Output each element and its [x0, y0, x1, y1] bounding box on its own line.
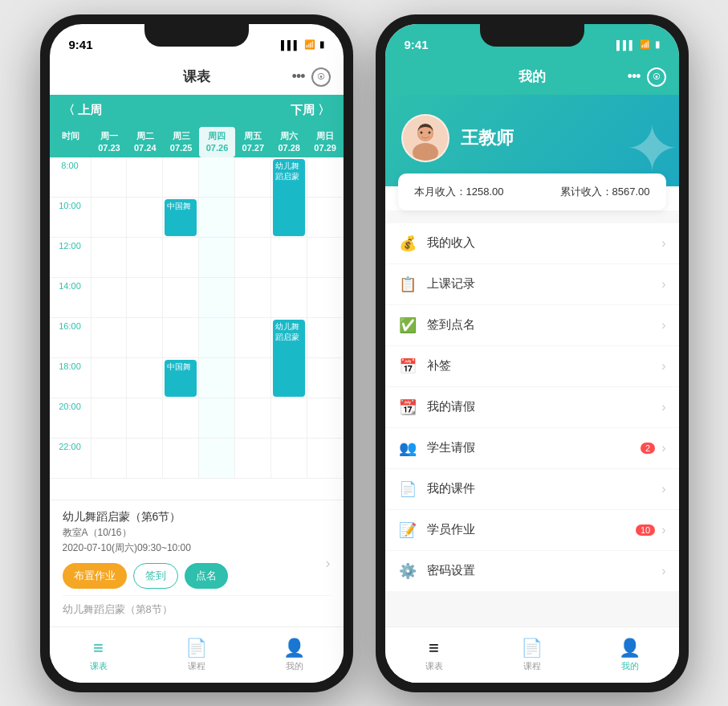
arrow-icon-lessons: ›: [661, 277, 665, 292]
cell-fri-10: [235, 198, 271, 237]
schedule-nav-icon-2: ≡: [429, 638, 439, 659]
nav-schedule-tab-2[interactable]: ≡ 课表: [385, 627, 483, 683]
camera-button-2[interactable]: ⦿: [647, 67, 666, 87]
cell-thu-10: [199, 198, 235, 237]
arrow-icon-homework: ›: [661, 523, 665, 537]
menu-item-myleave[interactable]: 📆 我的请假 ›: [385, 387, 679, 428]
menu-label-courseware: 我的课件: [427, 481, 662, 496]
cell-thu-16: [199, 318, 235, 357]
day-col-mon: 周一07.23: [92, 127, 128, 158]
header-actions-2[interactable]: ••• ⦿: [628, 67, 666, 87]
nav-profile-tab[interactable]: 👤 我的: [246, 627, 344, 683]
header-actions[interactable]: ••• ⦿: [292, 67, 331, 87]
menu-label-homework: 学员作业: [427, 522, 636, 537]
menu-item-lessons[interactable]: 📋 上课记录 ›: [385, 264, 679, 305]
menu-item-courseware[interactable]: 📄 我的课件 ›: [385, 469, 679, 510]
day-col-thu: 周四07.26: [199, 127, 235, 158]
menu-label-supplement: 补签: [427, 358, 662, 373]
cell-sun-22: [307, 439, 344, 478]
cell-sun-18: [307, 358, 344, 398]
more-dots-button-2[interactable]: •••: [628, 68, 641, 85]
day-col-tue: 周二07.24: [127, 127, 163, 158]
cell-sat-18: [271, 358, 307, 398]
status-bar-1: 9:41 ▌▌▌ 📶 ▮: [50, 24, 344, 59]
cell-fri-22: [235, 439, 271, 478]
cell-mon-8: [92, 157, 128, 197]
wifi-icon: 📶: [304, 39, 315, 50]
cell-wed-22: [163, 439, 199, 478]
cell-wed-18: 中国舞: [163, 358, 199, 398]
income-icon: 💰: [398, 235, 417, 252]
myleave-icon: 📆: [398, 398, 417, 416]
profile-nav-icon: 👤: [283, 638, 305, 659]
profile-title: 我的: [519, 67, 546, 86]
lesson-card[interactable]: 幼儿舞蹈启蒙（第6节） 教室A（10/16） 2020-07-10(周六)09:…: [50, 500, 344, 626]
monthly-income: 本月收入：1258.00: [414, 185, 504, 199]
menu-label-lessons: 上课记录: [427, 276, 662, 292]
schedule-nav-label: 课表: [90, 660, 108, 672]
next-lesson-preview: 幼儿舞蹈启蒙（第8节）: [63, 595, 331, 617]
camera-button[interactable]: ⦿: [311, 67, 331, 87]
lessons-icon: 📋: [398, 275, 417, 293]
time-row-8: 8:00 幼儿舞蹈启蒙: [50, 157, 344, 198]
cell-mon-18: [92, 358, 128, 398]
cell-sun-20: [307, 398, 344, 438]
days-header: 时间 周一07.23 周二07.24 周三07.25 周四07.26 周五07.…: [50, 127, 344, 158]
nav-schedule-tab[interactable]: ≡ 课表: [50, 627, 148, 683]
course-nav-label-2: 课程: [523, 660, 541, 672]
cell-sun-10: [307, 198, 344, 237]
next-week-button[interactable]: 下周 〉: [291, 103, 330, 118]
nav-course-tab[interactable]: 📄 课程: [148, 627, 246, 683]
menu-section-main: 💰 我的收入 › 📋 上课记录 › ✅ 签到点名 ›: [385, 223, 679, 591]
menu-item-studentleave[interactable]: 👥 学生请假 2 ›: [385, 428, 679, 469]
time-row-12: 12:00: [50, 238, 344, 278]
cell-fri-18: [235, 358, 271, 398]
rollcall-button[interactable]: 点名: [185, 563, 228, 589]
event-zhongguowu-1[interactable]: 中国舞: [165, 199, 197, 236]
time-row-22: 22:00: [50, 439, 344, 479]
cell-thu-22: [199, 439, 235, 478]
menu-item-supplement[interactable]: 📅 补签 ›: [385, 346, 679, 387]
cell-wed-8: [163, 157, 199, 197]
checkin-button[interactable]: 签到: [133, 563, 178, 589]
arrow-icon-studentleave: ›: [661, 441, 665, 455]
menu-item-password[interactable]: ⚙️ 密码设置 ›: [385, 551, 679, 591]
event-zhongguowu-2[interactable]: 中国舞: [165, 360, 197, 397]
cell-fri-8: [235, 157, 271, 197]
lesson-card-title: 幼儿舞蹈启蒙（第6节）: [63, 510, 331, 524]
battery-icon-2: ▮: [655, 39, 660, 50]
lesson-card-sub: 教室A（10/16）: [63, 526, 331, 540]
calendar-grid: 8:00 幼儿舞蹈启蒙 10:00: [50, 157, 344, 499]
battery-icon: ▮: [319, 39, 324, 50]
homework-icon: 📝: [398, 521, 417, 539]
nav-course-tab-2[interactable]: 📄 课程: [483, 627, 581, 683]
profile-nav-label-2: 我的: [621, 660, 639, 672]
menu-item-homework[interactable]: 📝 学员作业 10 ›: [385, 510, 679, 551]
cell-fri-14: [235, 278, 271, 317]
time-label-8: 8:00: [50, 157, 92, 197]
status-time-1: 9:41: [69, 38, 93, 51]
cell-wed-20: [163, 398, 199, 438]
cell-mon-10: [92, 198, 128, 237]
arrow-icon-myleave: ›: [661, 400, 665, 414]
time-row-16: 16:00 幼儿舞蹈启蒙: [50, 318, 344, 358]
app-header-profile: 我的 ••• ⦿: [385, 59, 679, 95]
avatar-image: [403, 116, 448, 161]
profile-user-info: 王教师: [401, 114, 663, 162]
cell-sat-8: 幼儿舞蹈启蒙: [271, 157, 307, 197]
cell-tue-8: [127, 157, 163, 197]
more-dots-button[interactable]: •••: [292, 68, 305, 85]
profile-nav-icon-2: 👤: [619, 638, 641, 659]
time-row-20: 20:00: [50, 398, 344, 439]
assign-homework-button[interactable]: 布置作业: [63, 563, 127, 589]
menu-item-income[interactable]: 💰 我的收入 ›: [385, 223, 679, 264]
nav-profile-tab-2[interactable]: 👤 我的: [581, 627, 679, 683]
cell-sat-12: [271, 238, 307, 277]
signal-icon-2: ▌▌▌: [616, 40, 635, 50]
menu-item-attendance[interactable]: ✅ 签到点名 ›: [385, 305, 679, 346]
studentleave-icon: 👥: [398, 439, 417, 457]
prev-week-button[interactable]: 〈 上周: [63, 103, 102, 118]
cell-tue-16: [127, 318, 163, 357]
cell-fri-12: [235, 238, 271, 277]
course-nav-icon-2: 📄: [521, 638, 543, 659]
